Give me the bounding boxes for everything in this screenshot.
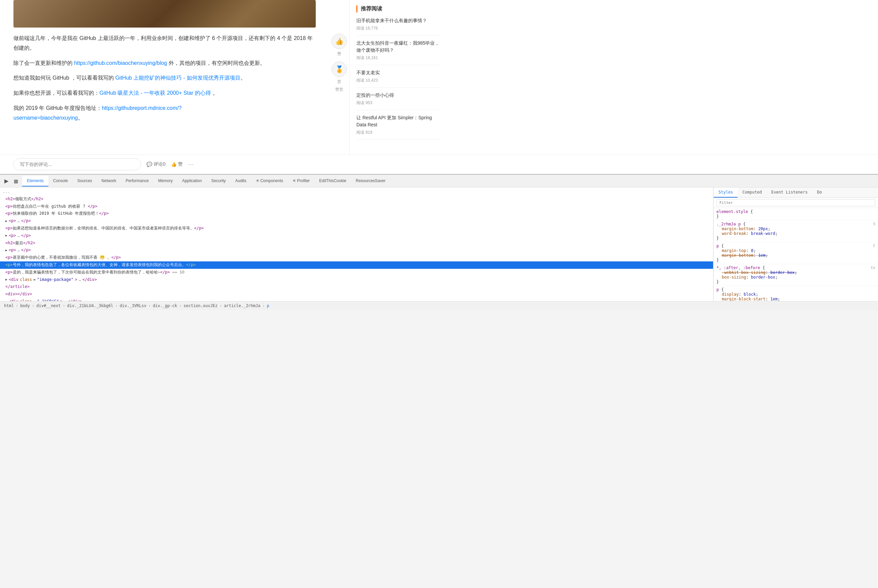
- elem-line-3[interactable]: <p>快来领取你的 2019 年 GitHub 年度报告吧！</p>: [0, 210, 713, 218]
- elem-line-4[interactable]: ▶<p>…</p>: [0, 218, 713, 225]
- sidebar-item-count-3: 阅读 953: [357, 100, 440, 106]
- comment-like[interactable]: 👍 赞: [171, 161, 183, 167]
- elem-line-1[interactable]: <h2>领取方式</h2>: [0, 195, 713, 203]
- comment-count: 评论0: [153, 161, 166, 167]
- breadcrumb-p[interactable]: p: [265, 303, 270, 309]
- sidebar-item-count-1: 阅读 18,161: [357, 55, 440, 61]
- article-para-1: 做前端这几年，今年是我在 GitHub 上最活跃的一年，利用业余时间，创建和维护…: [13, 34, 316, 53]
- right-sidebar: 推荐阅读 旧手机能拿来干什么有趣的事情？ 阅读 16,776 北大女生拍抖音一夜…: [349, 0, 447, 154]
- elem-line-8[interactable]: ▶<p>…</p>: [0, 247, 713, 254]
- article-link-3[interactable]: GitHub 吸星大法 - 一年收获 2000+ Star 的心得: [99, 90, 211, 96]
- elem-line-3dots[interactable]: ...: [0, 188, 713, 195]
- style-rule-element: element.style { }: [714, 208, 878, 220]
- sidebar-item-count-0: 阅读 16,776: [357, 26, 440, 31]
- subtab-styles[interactable]: Styles: [714, 188, 737, 198]
- elem-line-15[interactable]: ▶<div class="_1kCBjS">…</div>: [0, 298, 713, 301]
- breadcrumb-div-3vrlsv[interactable]: div._3VRLsv: [118, 303, 147, 309]
- article-link-2[interactable]: GitHub 上能挖矿的神仙技巧 - 如何发现优秀开源项目: [115, 75, 240, 81]
- styles-filter-input[interactable]: [716, 199, 875, 206]
- elem-line-6[interactable]: ▶<p>…</p>: [0, 232, 713, 240]
- tab-security[interactable]: Security: [207, 176, 231, 186]
- elem-line-14[interactable]: <div></div>: [0, 291, 713, 298]
- sidebar-item-2[interactable]: 不要太老实 阅读 10,423: [357, 69, 440, 88]
- elem-line-12[interactable]: ▶<div class="image-package">…</div>: [0, 276, 713, 284]
- breadcrumb-html[interactable]: html: [3, 303, 15, 309]
- tab-performance[interactable]: Performance: [121, 176, 153, 186]
- devtools-breadcrumb: html › body › div#__next › div._21bLU4._…: [0, 301, 878, 310]
- devtools-tabbar: ▶ ▩ Elements Console Sources Network Per…: [0, 175, 878, 188]
- tab-resourcessaver[interactable]: ResourcesSaver: [351, 176, 390, 186]
- inspect-icon[interactable]: ▶: [2, 177, 11, 186]
- style-rule-p-2: p { display: block; margin-block-start: …: [714, 286, 878, 301]
- styles-panel: Styles Computed Event Listeners Do eleme…: [713, 188, 878, 301]
- reward-label2: 赞赏: [335, 87, 343, 92]
- bubble-icon: 💬: [147, 162, 152, 167]
- sidebar-item-title-3: 定投的一些小心得: [357, 92, 440, 99]
- elements-panel[interactable]: ... <h2>领取方式</h2> <p>你想盘点自己一年在 github 的收…: [0, 188, 713, 301]
- breadcrumb-article[interactable]: article._2rhmJa: [223, 303, 262, 309]
- breadcrumb-div-21blu4[interactable]: div._21bLU4._3kbg6l: [66, 303, 115, 309]
- comment-like-label: 赞: [178, 161, 183, 167]
- styles-subtabs: Styles Computed Event Listeners Do: [714, 188, 878, 198]
- like-label: 赞: [337, 51, 341, 57]
- like-button[interactable]: 👍: [331, 34, 347, 49]
- tab-profiler[interactable]: ✳ Profiler: [288, 176, 315, 186]
- article-para-3: 想知道我如何玩 GitHub ，可以看看我写的 GitHub 上能挖矿的神仙技巧…: [13, 73, 316, 83]
- tab-components[interactable]: ✳ Components: [251, 176, 288, 186]
- responsive-icon[interactable]: ▩: [11, 177, 20, 186]
- reward-button[interactable]: 🏅: [331, 62, 347, 77]
- reward-label: 赏: [337, 79, 341, 85]
- comment-actions: 💬 评论0 👍 赞 ···: [147, 161, 194, 168]
- devtools-panel: ▶ ▩ Elements Console Sources Network Per…: [0, 174, 878, 310]
- breadcrumb-section[interactable]: section.ouvJEz: [182, 303, 219, 309]
- tab-console[interactable]: Console: [48, 176, 73, 186]
- subtab-computed[interactable]: Computed: [737, 188, 767, 198]
- comment-more-button[interactable]: ···: [188, 161, 194, 168]
- comment-bubble[interactable]: 💬 评论0: [147, 161, 166, 167]
- sidebar-item-0[interactable]: 旧手机能拿来干什么有趣的事情？ 阅读 16,776: [357, 17, 440, 36]
- tab-network[interactable]: Network: [97, 176, 121, 186]
- article-para-5: 我的 2019 年 GitHub 年度报告地址：https://githubre…: [13, 104, 316, 123]
- breadcrumb-div-gp-ck[interactable]: div._gp-ck: [151, 303, 178, 309]
- article-actions: 👍 赞 🏅 赏 赞赏: [329, 0, 349, 154]
- tab-sources[interactable]: Sources: [73, 176, 97, 186]
- tab-application[interactable]: Application: [177, 176, 207, 186]
- article-para-4: 如果你也想开源，可以看看我写的：GitHub 吸星大法 - 一年收获 2000+…: [13, 88, 316, 98]
- devtools-body: ... <h2>领取方式</h2> <p>你想盘点自己一年在 github 的收…: [0, 188, 878, 301]
- tab-memory[interactable]: Memory: [153, 176, 177, 186]
- sidebar-item-title-2: 不要太老实: [357, 69, 440, 76]
- sidebar-item-title-1: 北大女生拍抖音一夜爆红：我985毕业，做个废物不好吗？: [357, 40, 440, 54]
- elem-line-2[interactable]: <p>你想盘点自己一年在 github 的收获 ? </p>: [0, 203, 713, 210]
- sidebar-item-1[interactable]: 北大女生拍抖音一夜爆红：我985毕业，做个废物不好吗？ 阅读 18,161: [357, 40, 440, 65]
- article-hero-image: [13, 0, 316, 27]
- subtab-do[interactable]: Do: [812, 188, 827, 198]
- sidebar-item-title-4: 让 Restful API 更加 Simpler：Spring Data Res…: [357, 114, 440, 128]
- subtab-event-listeners[interactable]: Event Listeners: [767, 188, 812, 198]
- article-link-1[interactable]: https://github.com/biaochenxuying/blog: [74, 60, 167, 66]
- breadcrumb-div-next[interactable]: div#__next: [35, 303, 62, 309]
- sidebar-item-count-2: 阅读 10,423: [357, 78, 440, 83]
- tab-audits[interactable]: Audits: [231, 176, 251, 186]
- sidebar-title: 推荐阅读: [357, 5, 440, 12]
- sidebar-item-count-4: 阅读 919: [357, 130, 440, 135]
- elem-line-7[interactable]: <h2>最后</h2>: [0, 240, 713, 247]
- elem-line-10-selected[interactable]: <p>号外，我的表情包告急了，各位有收藏表情包的大侠、女神，请多发些表情包到我的…: [0, 261, 713, 269]
- elem-line-11[interactable]: <p>是的，我是来骗表情包了，下次你可能会在我的文章中看到你的表情包了，哈哈哈~…: [0, 269, 713, 276]
- article-para-2: 除了会一直更新和维护的 https://github.com/biaochenx…: [13, 58, 316, 68]
- sidebar-item-4[interactable]: 让 Restful API 更加 Simpler：Spring Data Res…: [357, 114, 440, 140]
- article-link-4[interactable]: https://githubreport.mdnice.com/?usernam…: [13, 105, 182, 121]
- comment-input[interactable]: [13, 158, 141, 170]
- sidebar-item-3[interactable]: 定投的一些小心得 阅读 953: [357, 92, 440, 110]
- elem-line-9[interactable]: <p>甚至截中你的心窝，不香就加我微信，骂我不香 😁 。</p>: [0, 254, 713, 261]
- style-rule-2rhmja-p: ._2rhmJa p { S margin-bottom: 20px; word…: [714, 220, 878, 242]
- tab-editthiscookie[interactable]: EditThisCookie: [315, 176, 351, 186]
- elem-line-5[interactable]: <p>如果还想知道各种语言的数据分析，全球的排名、中国区的排名、中国某市或者某种…: [0, 225, 713, 232]
- style-rule-universal: *, :after, :before { Co -webkit-box-sizi…: [714, 264, 878, 286]
- style-rule-p-1: p { C margin-top: 0; margin-bottom: 1em;…: [714, 242, 878, 264]
- comment-like-icon: 👍: [171, 162, 177, 167]
- comment-bar: 💬 评论0 👍 赞 ···: [0, 154, 878, 174]
- tab-elements[interactable]: Elements: [22, 176, 48, 186]
- sidebar-item-title-0: 旧手机能拿来干什么有趣的事情？: [357, 17, 440, 24]
- elem-line-13[interactable]: </article>: [0, 283, 713, 291]
- breadcrumb-body[interactable]: body: [19, 303, 31, 309]
